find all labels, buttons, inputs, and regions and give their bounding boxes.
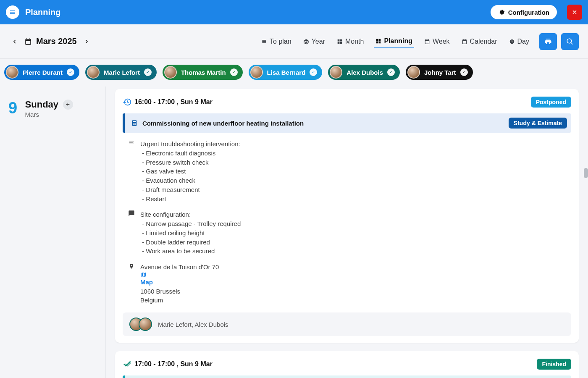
search-button[interactable] xyxy=(561,33,579,50)
close-icon xyxy=(572,9,578,15)
calculator-icon xyxy=(130,119,139,127)
month-name: Mars xyxy=(25,111,73,118)
event-card[interactable]: 16:00 - 17:00 , Sun 9 Mar Postponed Comm… xyxy=(115,89,579,343)
check-done-icon xyxy=(123,360,132,368)
event-assignees: Marie Lefort, Alex Dubois xyxy=(123,312,571,336)
svg-point-3 xyxy=(133,123,134,124)
day-column: 9 Sunday + Mars xyxy=(0,87,106,378)
next-month-button[interactable] xyxy=(79,34,94,49)
event-tag: Study & Estimate xyxy=(509,118,567,129)
event-address: Avenue de la Toison d'Or 70 Map 1060 Bru… xyxy=(140,262,231,305)
check-icon xyxy=(144,68,152,76)
check-icon xyxy=(387,68,395,76)
svg-point-4 xyxy=(134,123,135,124)
event-title-bar[interactable]: Commissioning of new underfloor heating … xyxy=(123,113,571,133)
people-filter-bar: Pierre Durant Marie Lefort Thomas Martin… xyxy=(0,59,588,87)
avatar xyxy=(164,66,177,79)
location-icon xyxy=(123,262,140,305)
search-icon xyxy=(566,38,574,45)
svg-point-6 xyxy=(133,124,134,125)
view-month[interactable]: Month xyxy=(335,35,365,48)
grid-icon xyxy=(375,38,381,44)
grid-icon xyxy=(337,39,343,45)
layers-icon xyxy=(303,39,309,45)
calendar-icon xyxy=(24,38,32,45)
event-description: Urgent troubleshooting intervention: - E… xyxy=(140,139,240,203)
app-title: Planning xyxy=(25,8,60,17)
event-title: Commissioning of new underfloor heating … xyxy=(142,120,304,127)
svg-point-7 xyxy=(134,124,135,125)
avatar xyxy=(87,66,100,79)
avatar xyxy=(407,66,420,79)
check-icon xyxy=(230,68,238,76)
chevron-left-icon xyxy=(12,38,17,45)
event-time: 17:00 - 17:00 , Sun 9 Mar xyxy=(134,360,213,368)
event-card[interactable]: 17:00 - 17:00 , Sun 9 Mar Finished Urgen… xyxy=(115,351,579,378)
day-number: 9 xyxy=(8,99,17,117)
check-icon xyxy=(67,68,74,76)
avatar xyxy=(250,66,263,79)
map-icon xyxy=(140,272,147,278)
add-event-button[interactable]: + xyxy=(63,100,73,110)
hamburger-menu-button[interactable] xyxy=(6,5,19,19)
person-chip[interactable]: Marie Lefort xyxy=(85,65,157,80)
check-icon xyxy=(460,68,468,76)
description-icon xyxy=(123,139,140,203)
calendar-icon xyxy=(424,39,430,45)
person-chip[interactable]: Lisa Bernard xyxy=(249,65,323,80)
configuration-button[interactable]: Configuration xyxy=(491,5,557,19)
history-icon xyxy=(123,97,132,107)
scrollbar-thumb[interactable] xyxy=(584,168,588,178)
hamburger-icon xyxy=(9,9,16,16)
list-icon xyxy=(261,39,267,45)
status-badge: Finished xyxy=(537,359,571,370)
chat-icon xyxy=(123,210,140,256)
person-chip[interactable]: Johny Tart xyxy=(406,65,473,80)
status-badge: Postponed xyxy=(531,97,571,108)
svg-point-5 xyxy=(135,123,136,124)
event-title-bar[interactable]: Urgent repair - De Dietrich boiler break… xyxy=(123,375,571,378)
month-label-text: Mars 2025 xyxy=(36,37,77,46)
configuration-label: Configuration xyxy=(508,9,549,16)
clock-icon xyxy=(509,39,515,45)
avatar xyxy=(330,66,342,79)
view-week[interactable]: Week xyxy=(423,35,452,48)
person-chip[interactable]: Pierre Durant xyxy=(4,65,79,80)
day-name: Sunday xyxy=(25,99,58,110)
print-button[interactable] xyxy=(539,33,557,50)
event-notes: Site configuration: - Narrow passage - T… xyxy=(140,210,241,256)
check-icon xyxy=(310,68,317,76)
prev-month-button[interactable] xyxy=(8,34,22,49)
avatar xyxy=(6,66,18,79)
svg-rect-2 xyxy=(133,121,136,122)
person-chip[interactable]: Thomas Martin xyxy=(163,65,243,80)
view-planning[interactable]: Planning xyxy=(374,35,414,48)
chevron-right-icon xyxy=(84,38,89,45)
print-icon xyxy=(544,38,552,45)
close-button[interactable] xyxy=(567,5,582,20)
gear-icon xyxy=(498,9,505,16)
map-link[interactable]: Map xyxy=(140,272,231,286)
svg-point-8 xyxy=(135,124,136,125)
view-year[interactable]: Year xyxy=(302,35,327,48)
view-toplan[interactable]: To plan xyxy=(260,35,293,48)
month-selector[interactable]: Mars 2025 xyxy=(24,37,77,46)
person-chip[interactable]: Alex Dubois xyxy=(328,65,400,80)
event-list[interactable]: 16:00 - 17:00 , Sun 9 Mar Postponed Comm… xyxy=(106,87,588,378)
view-calendar[interactable]: Calendar xyxy=(460,35,499,48)
view-day[interactable]: Day xyxy=(507,35,531,48)
avatar xyxy=(139,318,152,331)
event-time: 16:00 - 17:00 , Sun 9 Mar xyxy=(134,98,213,106)
calendar-icon xyxy=(462,39,467,45)
